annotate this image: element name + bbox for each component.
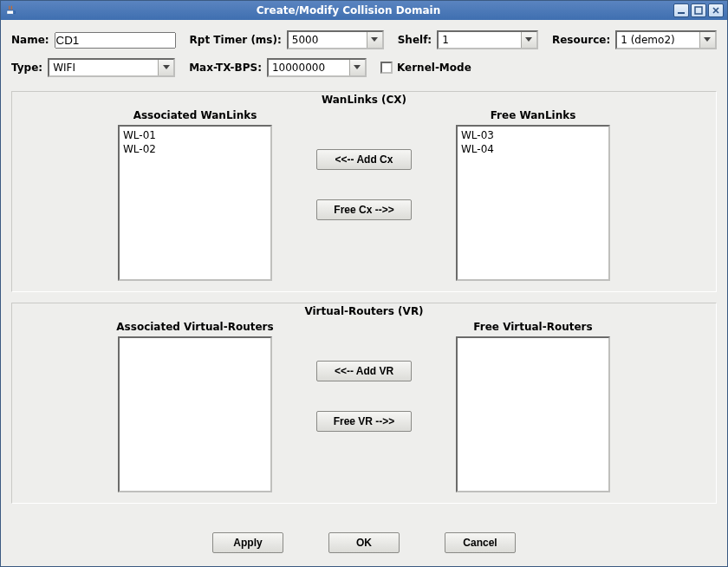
chevron-down-icon[interactable] bbox=[349, 60, 365, 75]
maxtx-value: 10000000 bbox=[269, 60, 349, 75]
minimize-button[interactable] bbox=[673, 3, 689, 17]
type-value: WIFI bbox=[49, 60, 158, 75]
shelf-label: Shelf: bbox=[398, 34, 432, 46]
maxtx-combo[interactable]: 10000000 bbox=[267, 58, 367, 77]
ok-button[interactable]: OK bbox=[328, 532, 400, 553]
vr-group: Virtual-Routers (VR) Associated Virtual-… bbox=[11, 303, 717, 504]
free-wanlinks-heading: Free WanLinks bbox=[491, 109, 576, 121]
free-cx-button[interactable]: Free Cx -->> bbox=[316, 199, 412, 220]
chevron-down-icon[interactable] bbox=[367, 32, 382, 48]
free-wanlinks-col: Free WanLinks WL-03WL-04 bbox=[438, 109, 628, 281]
assoc-vr-heading: Associated Virtual-Routers bbox=[116, 321, 273, 333]
form-row-2: Type: WIFI Max-TX-BPS: 10000000 Kernel-M… bbox=[11, 58, 717, 77]
java-cup-icon bbox=[4, 3, 18, 17]
assoc-wanlinks-list[interactable]: WL-01WL-02 bbox=[118, 125, 272, 281]
resource-value: 1 (demo2) bbox=[617, 32, 699, 48]
titlebar: Create/Modify Collision Domain bbox=[1, 1, 727, 20]
kernel-mode-checkbox[interactable] bbox=[380, 62, 393, 74]
type-label: Type: bbox=[11, 62, 42, 74]
resource-label: Resource: bbox=[552, 34, 610, 46]
free-wanlinks-list[interactable]: WL-03WL-04 bbox=[456, 125, 610, 281]
free-vr-list[interactable] bbox=[456, 336, 610, 492]
wanlinks-group-title: WanLinks (CX) bbox=[21, 94, 707, 106]
add-vr-button[interactable]: <<-- Add VR bbox=[316, 361, 412, 381]
chevron-down-icon[interactable] bbox=[699, 32, 715, 48]
chevron-down-icon[interactable] bbox=[521, 32, 536, 48]
footer-bar: Apply OK Cancel bbox=[1, 526, 727, 566]
rpt-timer-label: Rpt Timer (ms): bbox=[190, 34, 282, 46]
maxtx-label: Max-TX-BPS: bbox=[189, 62, 262, 74]
assoc-vr-col: Associated Virtual-Routers bbox=[100, 321, 290, 492]
shelf-value: 1 bbox=[439, 32, 521, 48]
form-row-1: Name: Rpt Timer (ms): 5000 Shelf: 1 Reso… bbox=[11, 30, 717, 49]
add-cx-button[interactable]: <<-- Add Cx bbox=[316, 149, 412, 170]
window-root: Create/Modify Collision Domain Name: Rpt… bbox=[0, 0, 728, 567]
assoc-vr-list[interactable] bbox=[118, 336, 272, 492]
vr-group-title: Virtual-Routers (VR) bbox=[21, 305, 707, 317]
list-item[interactable]: WL-01 bbox=[123, 128, 267, 142]
content-area: Name: Rpt Timer (ms): 5000 Shelf: 1 Reso… bbox=[1, 20, 727, 526]
list-item[interactable]: WL-02 bbox=[123, 142, 267, 156]
vr-buttons-col: <<-- Add VR Free VR -->> bbox=[290, 321, 438, 432]
kernel-mode-label: Kernel-Mode bbox=[397, 62, 471, 74]
wanlinks-body: Associated WanLinks WL-01WL-02 <<-- Add … bbox=[21, 109, 707, 281]
chevron-down-icon[interactable] bbox=[158, 60, 173, 75]
rpt-timer-value: 5000 bbox=[289, 32, 367, 48]
name-label: Name: bbox=[11, 34, 49, 46]
resource-combo[interactable]: 1 (demo2) bbox=[615, 30, 717, 49]
svg-rect-0 bbox=[7, 10, 14, 14]
window-buttons bbox=[673, 3, 724, 17]
list-item[interactable]: WL-03 bbox=[461, 128, 605, 142]
assoc-wanlinks-col: Associated WanLinks WL-01WL-02 bbox=[100, 109, 290, 281]
assoc-wanlinks-heading: Associated WanLinks bbox=[133, 109, 257, 121]
list-item[interactable]: WL-04 bbox=[461, 142, 605, 156]
svg-rect-1 bbox=[678, 12, 685, 14]
cancel-button[interactable]: Cancel bbox=[445, 532, 516, 553]
type-combo[interactable]: WIFI bbox=[48, 58, 175, 77]
shelf-combo[interactable]: 1 bbox=[437, 30, 538, 49]
free-vr-button[interactable]: Free VR -->> bbox=[316, 411, 412, 432]
free-vr-col: Free Virtual-Routers bbox=[438, 321, 628, 492]
wanlinks-group: WanLinks (CX) Associated WanLinks WL-01W… bbox=[11, 91, 717, 292]
rpt-timer-combo[interactable]: 5000 bbox=[287, 30, 384, 49]
vr-body: Associated Virtual-Routers <<-- Add VR F… bbox=[21, 321, 707, 492]
close-button[interactable] bbox=[708, 3, 724, 17]
wanlinks-buttons-col: <<-- Add Cx Free Cx -->> bbox=[290, 109, 438, 220]
apply-button[interactable]: Apply bbox=[212, 532, 283, 553]
svg-rect-2 bbox=[695, 7, 702, 14]
name-input[interactable] bbox=[55, 32, 176, 49]
window-title: Create/Modify Collision Domain bbox=[23, 4, 673, 16]
free-vr-heading: Free Virtual-Routers bbox=[473, 321, 592, 333]
maximize-button[interactable] bbox=[691, 3, 706, 17]
